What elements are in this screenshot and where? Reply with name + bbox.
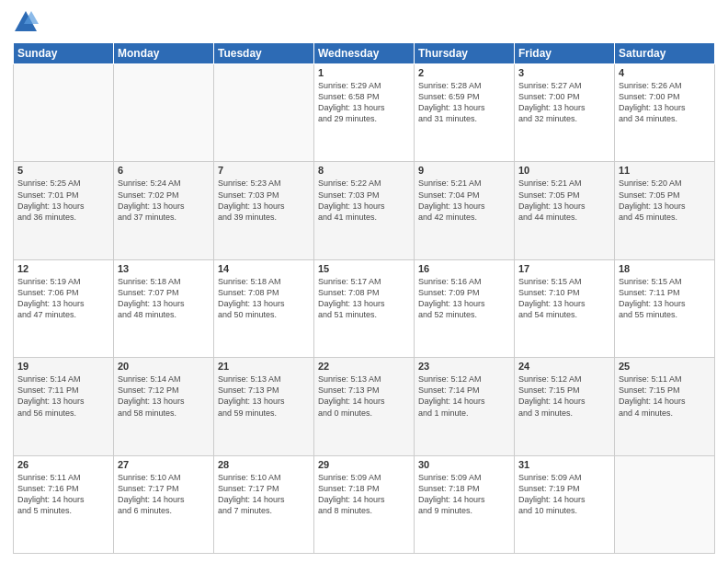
day-info: Sunrise: 5:26 AM Sunset: 7:00 PM Dayligh…: [619, 80, 711, 125]
day-info: Sunrise: 5:10 AM Sunset: 7:17 PM Dayligh…: [118, 472, 210, 517]
day-number: 26: [17, 459, 109, 470]
weekday-header-saturday: Saturday: [615, 43, 715, 64]
day-number: 27: [118, 459, 210, 470]
day-info: Sunrise: 5:18 AM Sunset: 7:07 PM Dayligh…: [118, 276, 210, 321]
calendar-cell: [615, 455, 715, 553]
day-info: Sunrise: 5:23 AM Sunset: 7:03 PM Dayligh…: [218, 178, 310, 223]
calendar-cell: 17Sunrise: 5:15 AM Sunset: 7:10 PM Dayli…: [515, 259, 615, 357]
logo-icon: [13, 9, 39, 35]
weekday-header-tuesday: Tuesday: [214, 43, 314, 64]
day-number: 24: [518, 361, 610, 372]
day-number: 4: [619, 67, 711, 78]
day-info: Sunrise: 5:15 AM Sunset: 7:11 PM Dayligh…: [619, 276, 711, 321]
day-info: Sunrise: 5:16 AM Sunset: 7:09 PM Dayligh…: [418, 276, 510, 321]
calendar-cell: 22Sunrise: 5:13 AM Sunset: 7:13 PM Dayli…: [314, 358, 415, 455]
calendar-cell: 23Sunrise: 5:12 AM Sunset: 7:14 PM Dayli…: [415, 358, 515, 455]
day-info: Sunrise: 5:15 AM Sunset: 7:10 PM Dayligh…: [518, 276, 610, 321]
day-number: 19: [17, 361, 109, 372]
weekday-header-thursday: Thursday: [415, 43, 515, 64]
calendar-cell: 1Sunrise: 5:29 AM Sunset: 6:58 PM Daylig…: [314, 64, 415, 162]
day-number: 28: [218, 459, 310, 470]
day-number: 3: [518, 67, 610, 78]
day-number: 17: [518, 263, 610, 274]
calendar-cell: 16Sunrise: 5:16 AM Sunset: 7:09 PM Dayli…: [415, 259, 515, 357]
day-number: 25: [619, 361, 711, 372]
day-number: 14: [218, 263, 310, 274]
day-info: Sunrise: 5:18 AM Sunset: 7:08 PM Dayligh…: [218, 276, 310, 321]
calendar-cell: [114, 64, 214, 162]
day-info: Sunrise: 5:17 AM Sunset: 7:08 PM Dayligh…: [318, 276, 410, 321]
day-number: 11: [619, 165, 711, 176]
calendar-cell: 24Sunrise: 5:12 AM Sunset: 7:15 PM Dayli…: [515, 358, 615, 455]
day-number: 10: [518, 165, 610, 176]
calendar-cell: 4Sunrise: 5:26 AM Sunset: 7:00 PM Daylig…: [615, 64, 715, 162]
day-info: Sunrise: 5:13 AM Sunset: 7:13 PM Dayligh…: [318, 373, 410, 419]
weekday-header-monday: Monday: [114, 43, 214, 64]
calendar-cell: 29Sunrise: 5:09 AM Sunset: 7:18 PM Dayli…: [314, 455, 415, 553]
day-info: Sunrise: 5:09 AM Sunset: 7:18 PM Dayligh…: [318, 472, 410, 517]
calendar-cell: 11Sunrise: 5:20 AM Sunset: 7:05 PM Dayli…: [615, 162, 715, 259]
day-info: Sunrise: 5:21 AM Sunset: 7:04 PM Dayligh…: [418, 178, 510, 223]
calendar-cell: 26Sunrise: 5:11 AM Sunset: 7:16 PM Dayli…: [14, 455, 114, 553]
day-number: 15: [318, 263, 410, 274]
calendar-cell: 25Sunrise: 5:11 AM Sunset: 7:15 PM Dayli…: [615, 358, 715, 455]
weekday-header-wednesday: Wednesday: [314, 43, 415, 64]
weekday-header-friday: Friday: [515, 43, 615, 64]
week-row-1: 5Sunrise: 5:25 AM Sunset: 7:01 PM Daylig…: [14, 162, 715, 259]
day-info: Sunrise: 5:27 AM Sunset: 7:00 PM Dayligh…: [518, 80, 610, 125]
day-number: 1: [318, 67, 410, 78]
calendar-cell: 10Sunrise: 5:21 AM Sunset: 7:05 PM Dayli…: [515, 162, 615, 259]
calendar-cell: 14Sunrise: 5:18 AM Sunset: 7:08 PM Dayli…: [214, 259, 314, 357]
day-number: 18: [619, 263, 711, 274]
logo: [13, 9, 40, 35]
day-number: 7: [218, 165, 310, 176]
weekday-header-row: SundayMondayTuesdayWednesdayThursdayFrid…: [14, 43, 715, 64]
week-row-3: 19Sunrise: 5:14 AM Sunset: 7:11 PM Dayli…: [14, 358, 715, 455]
day-info: Sunrise: 5:14 AM Sunset: 7:12 PM Dayligh…: [118, 373, 210, 419]
calendar-cell: 3Sunrise: 5:27 AM Sunset: 7:00 PM Daylig…: [515, 64, 615, 162]
calendar-cell: [14, 64, 114, 162]
calendar-cell: 31Sunrise: 5:09 AM Sunset: 7:19 PM Dayli…: [515, 455, 615, 553]
day-info: Sunrise: 5:20 AM Sunset: 7:05 PM Dayligh…: [619, 178, 711, 223]
day-number: 8: [318, 165, 410, 176]
day-info: Sunrise: 5:19 AM Sunset: 7:06 PM Dayligh…: [17, 276, 109, 321]
day-info: Sunrise: 5:25 AM Sunset: 7:01 PM Dayligh…: [17, 178, 109, 223]
calendar-cell: 2Sunrise: 5:28 AM Sunset: 6:59 PM Daylig…: [415, 64, 515, 162]
calendar-cell: 9Sunrise: 5:21 AM Sunset: 7:04 PM Daylig…: [415, 162, 515, 259]
header: [13, 9, 715, 35]
calendar-cell: 30Sunrise: 5:09 AM Sunset: 7:18 PM Dayli…: [415, 455, 515, 553]
day-info: Sunrise: 5:14 AM Sunset: 7:11 PM Dayligh…: [17, 373, 109, 419]
day-info: Sunrise: 5:09 AM Sunset: 7:18 PM Dayligh…: [418, 472, 510, 517]
calendar-cell: 12Sunrise: 5:19 AM Sunset: 7:06 PM Dayli…: [14, 259, 114, 357]
day-number: 16: [418, 263, 510, 274]
calendar: SundayMondayTuesdayWednesdayThursdayFrid…: [13, 42, 715, 554]
day-number: 6: [118, 165, 210, 176]
day-info: Sunrise: 5:24 AM Sunset: 7:02 PM Dayligh…: [118, 178, 210, 223]
calendar-cell: 7Sunrise: 5:23 AM Sunset: 7:03 PM Daylig…: [214, 162, 314, 259]
week-row-4: 26Sunrise: 5:11 AM Sunset: 7:16 PM Dayli…: [14, 455, 715, 553]
day-number: 30: [418, 459, 510, 470]
day-number: 5: [17, 165, 109, 176]
calendar-cell: 27Sunrise: 5:10 AM Sunset: 7:17 PM Dayli…: [114, 455, 214, 553]
week-row-0: 1Sunrise: 5:29 AM Sunset: 6:58 PM Daylig…: [14, 64, 715, 162]
calendar-cell: [214, 64, 314, 162]
day-info: Sunrise: 5:12 AM Sunset: 7:14 PM Dayligh…: [418, 373, 510, 419]
calendar-cell: 20Sunrise: 5:14 AM Sunset: 7:12 PM Dayli…: [114, 358, 214, 455]
day-info: Sunrise: 5:10 AM Sunset: 7:17 PM Dayligh…: [218, 472, 310, 517]
day-info: Sunrise: 5:11 AM Sunset: 7:16 PM Dayligh…: [17, 472, 109, 517]
day-number: 20: [118, 361, 210, 372]
day-info: Sunrise: 5:28 AM Sunset: 6:59 PM Dayligh…: [418, 80, 510, 125]
weekday-header-sunday: Sunday: [14, 43, 114, 64]
calendar-cell: 15Sunrise: 5:17 AM Sunset: 7:08 PM Dayli…: [314, 259, 415, 357]
calendar-cell: 13Sunrise: 5:18 AM Sunset: 7:07 PM Dayli…: [114, 259, 214, 357]
day-number: 23: [418, 361, 510, 372]
day-info: Sunrise: 5:09 AM Sunset: 7:19 PM Dayligh…: [518, 472, 610, 517]
day-number: 2: [418, 67, 510, 78]
calendar-cell: 28Sunrise: 5:10 AM Sunset: 7:17 PM Dayli…: [214, 455, 314, 553]
page: SundayMondayTuesdayWednesdayThursdayFrid…: [0, 0, 728, 563]
day-number: 31: [518, 459, 610, 470]
calendar-cell: 8Sunrise: 5:22 AM Sunset: 7:03 PM Daylig…: [314, 162, 415, 259]
calendar-cell: 21Sunrise: 5:13 AM Sunset: 7:13 PM Dayli…: [214, 358, 314, 455]
day-number: 22: [318, 361, 410, 372]
day-number: 12: [17, 263, 109, 274]
